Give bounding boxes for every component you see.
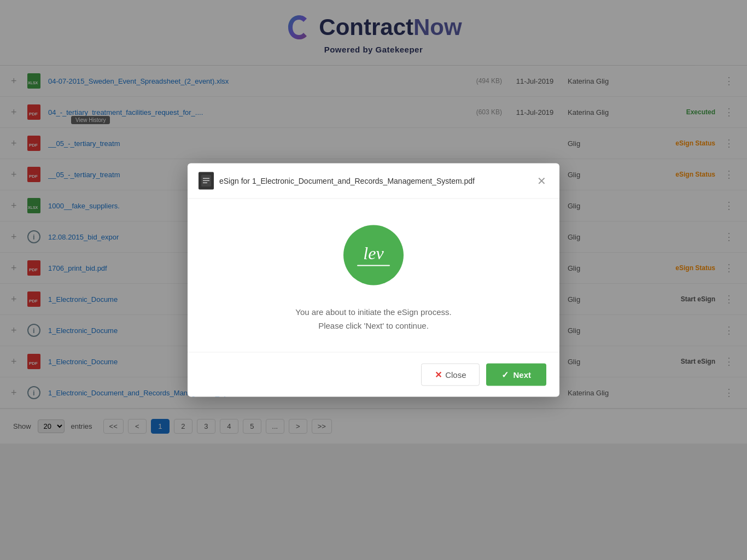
signature-text: lev — [363, 244, 383, 262]
modal-header: eSign for 1_Electronic_Document_and_Reco… — [188, 164, 559, 199]
next-button[interactable]: ✓ Next — [486, 364, 546, 386]
svg-rect-23 — [203, 178, 209, 179]
close-button-label: Close — [445, 370, 466, 380]
next-button-label: Next — [513, 370, 531, 380]
modal-message: You are about to initiate the eSign proc… — [209, 307, 538, 317]
svg-rect-25 — [203, 183, 207, 184]
esign-modal: eSign for 1_Electronic_Document_and_Reco… — [188, 164, 559, 397]
modal-title: eSign for 1_Electronic_Document_and_Reco… — [219, 177, 475, 185]
svg-rect-24 — [203, 180, 209, 182]
esign-signature: lev — [357, 244, 390, 266]
modal-title-row: eSign for 1_Electronic_Document_and_Reco… — [199, 172, 475, 190]
signature-underline — [357, 265, 390, 266]
modal-close-icon[interactable]: ✕ — [535, 173, 548, 189]
esign-logo-circle: lev — [343, 225, 404, 285]
modal-footer: ✕ Close ✓ Next — [188, 352, 559, 397]
modal-body: lev You are about to initiate the eSign … — [188, 199, 559, 352]
close-button[interactable]: ✕ Close — [421, 364, 480, 386]
check-icon: ✓ — [501, 370, 509, 380]
modal-doc-icon — [199, 172, 214, 190]
close-x-icon: ✕ — [435, 370, 442, 380]
modal-instruction: Please click 'Next' to continue. — [209, 321, 538, 330]
